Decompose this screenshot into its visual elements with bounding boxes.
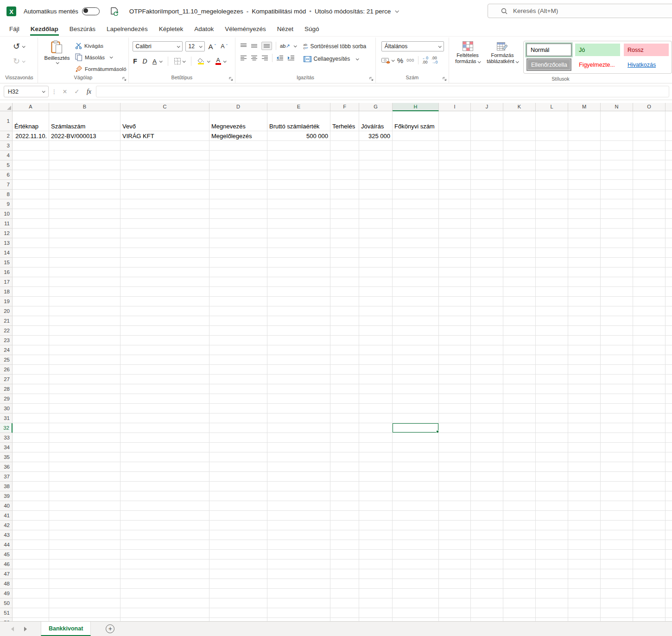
cell-A42[interactable] <box>13 521 49 530</box>
cell-E19[interactable] <box>267 297 330 306</box>
wrap-text-button[interactable]: ab c↩ Sortöréssel több sorba <box>302 42 368 51</box>
cell-H44[interactable] <box>393 540 439 550</box>
cell-J17[interactable] <box>471 277 503 287</box>
cell-M48[interactable] <box>568 579 601 589</box>
cell-D19[interactable] <box>209 297 267 306</box>
cell-E14[interactable] <box>267 248 330 258</box>
tab-velemenyezes[interactable]: Véleményezés <box>219 23 272 36</box>
cell-x21[interactable] <box>666 316 672 326</box>
cell-x23[interactable] <box>666 336 672 345</box>
cell-J21[interactable] <box>471 316 503 326</box>
cell-x15[interactable] <box>666 258 672 267</box>
cell-M44[interactable] <box>568 540 601 550</box>
cell-H12[interactable] <box>393 229 439 238</box>
name-box[interactable]: H32 <box>4 86 49 97</box>
row-header-13[interactable]: 13 <box>0 238 13 248</box>
borders-dropdown-icon[interactable] <box>182 59 185 63</box>
cell-B36[interactable] <box>49 462 120 472</box>
cell-H10[interactable] <box>393 209 439 219</box>
cell-E8[interactable] <box>267 190 330 199</box>
cell-I23[interactable] <box>439 336 471 345</box>
row-header-20[interactable]: 20 <box>0 306 13 316</box>
cell-O21[interactable] <box>633 316 666 326</box>
cell-I15[interactable] <box>439 258 471 267</box>
column-header-C[interactable]: C <box>120 103 209 111</box>
cell-E45[interactable] <box>267 550 330 560</box>
cell-A39[interactable] <box>13 491 49 501</box>
italic-button[interactable]: D <box>142 57 148 65</box>
cell-C29[interactable] <box>120 394 209 404</box>
cell-F16[interactable] <box>330 267 359 277</box>
row-header-46[interactable]: 46 <box>0 560 13 569</box>
row-header-29[interactable]: 29 <box>0 394 13 404</box>
cell-I50[interactable] <box>439 598 471 608</box>
cell-H8[interactable] <box>393 190 439 199</box>
align-left-icon[interactable] <box>240 55 247 61</box>
cell-C17[interactable] <box>120 277 209 287</box>
cell-B30[interactable] <box>49 404 120 413</box>
cell-D25[interactable] <box>209 355 267 365</box>
cell-J42[interactable] <box>471 521 503 530</box>
cell-O13[interactable] <box>633 238 666 248</box>
cell-K19[interactable] <box>503 297 536 306</box>
cell-H27[interactable] <box>393 375 439 384</box>
cell-I19[interactable] <box>439 297 471 306</box>
cell-K7[interactable] <box>503 180 536 190</box>
row-header-42[interactable]: 42 <box>0 521 13 530</box>
row-header-8[interactable]: 8 <box>0 190 13 199</box>
cell-H36[interactable] <box>393 462 439 472</box>
cell-B47[interactable] <box>49 569 120 579</box>
decrease-indent-icon[interactable] <box>276 55 284 61</box>
cell-H47[interactable] <box>393 569 439 579</box>
cell-O43[interactable] <box>633 530 666 540</box>
cell-N5[interactable] <box>601 160 633 170</box>
cell-J15[interactable] <box>471 258 503 267</box>
cell-N40[interactable] <box>601 501 633 511</box>
cell-H13[interactable] <box>393 238 439 248</box>
cell-L42[interactable] <box>536 521 568 530</box>
cell-A22[interactable] <box>13 326 49 336</box>
cell-K35[interactable] <box>503 452 536 462</box>
cell-I27[interactable] <box>439 375 471 384</box>
cell-M47[interactable] <box>568 569 601 579</box>
cell-K13[interactable] <box>503 238 536 248</box>
cell-I24[interactable] <box>439 345 471 355</box>
cell-M7[interactable] <box>568 180 601 190</box>
cell-L14[interactable] <box>536 248 568 258</box>
cell-J19[interactable] <box>471 297 503 306</box>
cell-F52[interactable] <box>330 618 359 621</box>
cell-I31[interactable] <box>439 413 471 423</box>
cell-E44[interactable] <box>267 540 330 550</box>
cell-O8[interactable] <box>633 190 666 199</box>
cell-D15[interactable] <box>209 258 267 267</box>
cell-J27[interactable] <box>471 375 503 384</box>
cell-J46[interactable] <box>471 560 503 569</box>
cell-F11[interactable] <box>330 219 359 229</box>
fill-color-icon[interactable] <box>197 58 205 64</box>
cell-K28[interactable] <box>503 384 536 394</box>
cell-E39[interactable] <box>267 491 330 501</box>
cell-L30[interactable] <box>536 404 568 413</box>
cell-E36[interactable] <box>267 462 330 472</box>
cell-L43[interactable] <box>536 530 568 540</box>
row-header-15[interactable]: 15 <box>0 258 13 267</box>
cell-K18[interactable] <box>503 287 536 297</box>
clipboard-dialog-launcher-icon[interactable] <box>122 76 127 81</box>
cell-M12[interactable] <box>568 229 601 238</box>
row-header-24[interactable]: 24 <box>0 345 13 355</box>
cell-H33[interactable] <box>393 433 439 443</box>
cell-E32[interactable] <box>267 423 330 433</box>
cell-A14[interactable] <box>13 248 49 258</box>
row-header-23[interactable]: 23 <box>0 336 13 345</box>
cell-G40[interactable] <box>359 501 393 511</box>
cell-I18[interactable] <box>439 287 471 297</box>
cell-L39[interactable] <box>536 491 568 501</box>
cell-H16[interactable] <box>393 267 439 277</box>
cell-J36[interactable] <box>471 462 503 472</box>
cell-N27[interactable] <box>601 375 633 384</box>
cell-L26[interactable] <box>536 365 568 375</box>
row-header-26[interactable]: 26 <box>0 365 13 375</box>
cell-J38[interactable] <box>471 482 503 491</box>
cell-C27[interactable] <box>120 375 209 384</box>
cell-B7[interactable] <box>49 180 120 190</box>
